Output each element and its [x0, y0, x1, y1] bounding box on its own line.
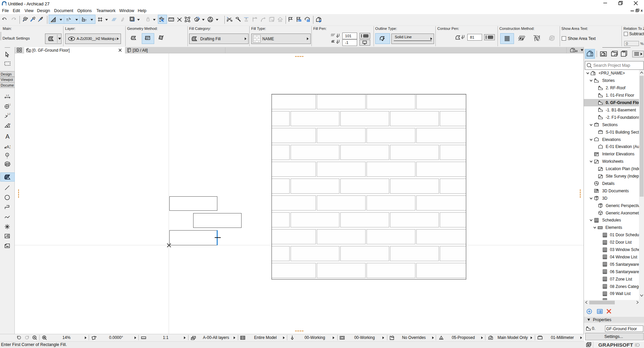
svg-text:XY: XY: [83, 19, 85, 21]
svg-text:α: α: [9, 122, 10, 126]
svg-text:1 2: 1 2: [170, 19, 173, 21]
svg-text:1.2: 1.2: [7, 113, 10, 115]
svg-text:A1: A1: [6, 145, 10, 149]
svg-text:A: A: [5, 134, 9, 140]
svg-text:1.2: 1.2: [8, 103, 10, 106]
svg-text:1: 1: [6, 153, 8, 156]
svg-text:1.2: 1.2: [6, 94, 9, 97]
